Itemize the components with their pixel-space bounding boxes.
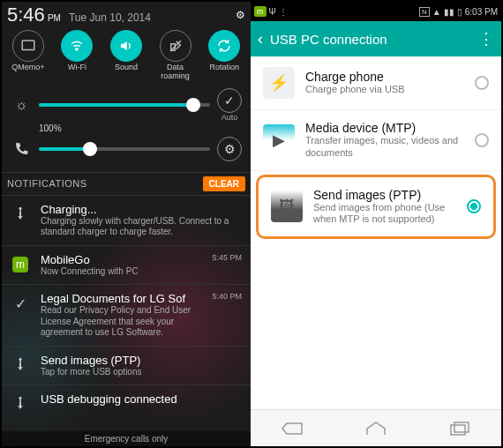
charge-icon: ⚡ [263, 67, 295, 99]
option-charge-phone[interactable]: ⚡ Charge phone Charge phone via USB [251, 56, 501, 110]
notification-item[interactable]: Send images (PTP) Tap for more USB optio… [2, 346, 251, 385]
battery-icon: ▯ [457, 7, 462, 17]
svg-point-1 [76, 49, 78, 50]
radio-icon [475, 76, 489, 90]
notification-list: Charging... Charging slowly with charger… [2, 195, 251, 423]
toggle-wifi[interactable]: Wi-Fi [55, 30, 99, 81]
image-icon: 🖼 [271, 190, 303, 222]
notification-item[interactable]: Charging... Charging slowly with charger… [2, 195, 251, 245]
option-media-device[interactable]: ▶ Media device (MTP) Transfer images, mu… [251, 110, 501, 171]
mobilego-status-icon: m [254, 6, 267, 17]
sliders: ☼ ✓ Auto 100% ⚙ [2, 83, 251, 172]
status-bar: 5:46 PM Tue Jun 10, 2014 ⚙ [2, 2, 251, 26]
svg-rect-0 [22, 41, 34, 50]
notifications-header: NOTIFICATIONS CLEAR [2, 172, 251, 195]
toggle-sound[interactable]: Sound [104, 30, 148, 81]
auto-brightness-button[interactable]: ✓ [217, 88, 242, 113]
back-icon[interactable]: ‹ [258, 30, 263, 49]
notification-item[interactable]: ✓ Legal Documents for LG Sof Read our Pr… [2, 284, 251, 346]
option-send-images[interactable]: 🖼 Send images (PTP) Send images from pho… [256, 175, 496, 240]
debug-status-icon: ⋮ [279, 7, 288, 17]
toggle-data-roaming[interactable]: Data roaming [154, 30, 198, 81]
quick-toggles: QMemo+ Wi-Fi Sound Data roaming Rotation [2, 26, 251, 83]
nav-bar [251, 409, 501, 446]
usb-icon [9, 203, 32, 226]
radio-icon [467, 199, 481, 213]
status-time: 6:03 PM [465, 7, 498, 17]
toggle-qmemo[interactable]: QMemo+ [6, 30, 50, 81]
notification-item[interactable]: m MobileGo Now Connecting with PC 5:45 P… [2, 245, 251, 285]
brightness-icon: ☼ [11, 94, 32, 116]
usb-icon [9, 354, 32, 377]
volume-settings-button[interactable]: ⚙ [217, 137, 242, 161]
usb-icon [9, 392, 32, 415]
notification-item[interactable]: USB debugging connected [2, 385, 251, 422]
radio-icon [475, 133, 489, 147]
nav-recent-button[interactable] [442, 417, 477, 440]
footer-text: Emergency calls only [2, 431, 251, 446]
nav-home-button[interactable] [358, 417, 394, 440]
mobilego-icon: m [9, 253, 32, 276]
clock-area: 5:46 PM Tue Jun 10, 2014 [7, 4, 151, 26]
svg-rect-11 [454, 422, 469, 432]
page-title: USB PC connection [270, 32, 471, 47]
clock-ampm: PM [48, 13, 61, 23]
toggle-rotation[interactable]: Rotation [202, 30, 246, 81]
status-icons: ⚙ [236, 9, 245, 21]
nav-back-button[interactable] [274, 417, 310, 440]
clock-time: 5:46 [7, 4, 45, 26]
notification-shade: 5:46 PM Tue Jun 10, 2014 ⚙ QMemo+ Wi-Fi … [2, 2, 251, 446]
status-date: Tue Jun 10, 2014 [69, 11, 151, 24]
clear-button[interactable]: CLEAR [203, 176, 245, 191]
header-bar: ‹ USB PC connection ⋮ [251, 21, 501, 56]
phone-icon [11, 138, 32, 160]
signal-icon: ▮▮ [444, 7, 454, 17]
volume-row: ⚙ [11, 137, 242, 161]
media-icon: ▶ [263, 124, 295, 156]
brightness-slider[interactable] [39, 103, 210, 107]
brightness-percent: 100% [39, 123, 64, 133]
nfc-icon: N [419, 7, 430, 17]
check-icon: ✓ [9, 292, 32, 315]
usb-status-icon: Ψ [269, 7, 276, 17]
overflow-menu-icon[interactable]: ⋮ [478, 29, 494, 49]
status-bar: m Ψ ⋮ N ▲ ▮▮ ▯ 6:03 PM [251, 2, 501, 21]
wifi-icon: ▲ [432, 7, 441, 17]
settings-icon[interactable]: ⚙ [236, 9, 245, 21]
usb-connection-screen: m Ψ ⋮ N ▲ ▮▮ ▯ 6:03 PM ‹ USB PC connecti… [251, 2, 501, 446]
brightness-row: ☼ ✓ Auto [11, 88, 242, 122]
svg-rect-10 [451, 425, 465, 435]
volume-slider[interactable] [39, 147, 210, 151]
